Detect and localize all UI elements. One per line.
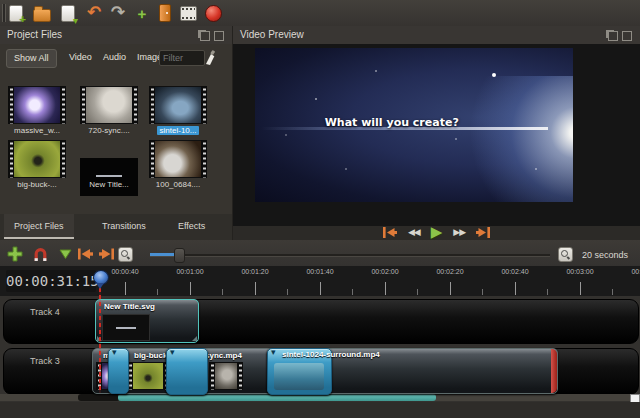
- preview-canvas[interactable]: What will you create? ◀◀ ▶ ▶▶: [233, 44, 640, 226]
- ruler-label: 00:01:00: [164, 268, 216, 275]
- fast-forward-icon[interactable]: ▶▶: [453, 223, 465, 241]
- add-marker-icon[interactable]: [56, 245, 74, 263]
- redo-icon[interactable]: ↷: [108, 3, 128, 23]
- scrollbar-dark-segment: [78, 394, 120, 401]
- chevron-down-icon: ▾: [271, 347, 276, 357]
- file-label-selected: sintel-10...: [143, 126, 213, 135]
- filter-tab-audio[interactable]: Audio: [96, 49, 133, 66]
- file-label: 100_0684....: [143, 180, 213, 189]
- zoom-out-icon[interactable]: [556, 245, 574, 263]
- video-overlay-text: What will you create?: [255, 116, 528, 129]
- clip-big-buck[interactable]: big-buck-: [122, 348, 172, 394]
- window-bottom-edge: [0, 402, 640, 418]
- filter-tab-video[interactable]: Video: [62, 49, 99, 66]
- horizontal-scrollbar[interactable]: [0, 394, 640, 401]
- choose-profile-icon[interactable]: [155, 3, 175, 23]
- slider-handle[interactable]: [174, 248, 185, 263]
- fade-handle[interactable]: [192, 336, 197, 341]
- close-icon[interactable]: [214, 31, 224, 41]
- stars: [255, 48, 257, 50]
- preview-frame: What will you create?: [255, 48, 573, 202]
- tab-transitions[interactable]: Transitions: [92, 214, 156, 239]
- tab-effects[interactable]: Effects: [168, 214, 215, 239]
- ruler-label: 00:01:20: [229, 268, 281, 275]
- transition-1[interactable]: ▾: [108, 348, 129, 394]
- float-icon[interactable]: [200, 31, 210, 41]
- snapping-magnet-icon[interactable]: [31, 245, 49, 263]
- close-icon[interactable]: [622, 31, 632, 41]
- zoom-in-icon[interactable]: [116, 245, 134, 263]
- add-track-icon[interactable]: [6, 245, 24, 263]
- project-file-newtitle[interactable]: [80, 158, 138, 196]
- clear-filter-brush-icon[interactable]: [203, 50, 218, 65]
- ruler-label: 00:02:40: [489, 268, 541, 275]
- file-label: 720-sync....: [74, 126, 144, 135]
- timeline-tracks: Track 4 New Title.svg Track 3 massive_w.…: [0, 296, 640, 394]
- float-icon[interactable]: [608, 31, 618, 41]
- clip-thumbnail: [209, 362, 243, 390]
- clip-new-title[interactable]: New Title.svg: [95, 299, 199, 343]
- undo-icon[interactable]: ↶: [84, 3, 104, 23]
- project-file-bigbuck[interactable]: [8, 140, 66, 178]
- jump-to-start-icon[interactable]: [382, 223, 397, 241]
- transition-thumbnail: [274, 363, 324, 390]
- clip-thumbnail: [127, 362, 169, 390]
- previous-marker-icon[interactable]: [76, 245, 94, 263]
- file-label: massive_w...: [2, 126, 72, 135]
- main-toolbar: + ▾ ↶ ↷ +: [0, 0, 640, 27]
- file-label: big-buck-...: [2, 180, 72, 189]
- next-marker-icon[interactable]: [98, 245, 116, 263]
- ruler-label: 00:03:00: [554, 268, 606, 275]
- project-files-title: Project Files: [0, 26, 232, 44]
- filter-tab-show-all[interactable]: Show All: [6, 49, 57, 68]
- project-file-720sync[interactable]: [80, 86, 138, 124]
- fullscreen-icon[interactable]: [178, 3, 198, 23]
- project-file-massive[interactable]: [8, 86, 66, 124]
- ruler-label: 00:02:00: [359, 268, 411, 275]
- chevron-down-icon: ▾: [170, 347, 175, 357]
- import-files-icon[interactable]: +: [132, 3, 152, 23]
- track-name: Track 4: [30, 307, 60, 317]
- play-icon[interactable]: ▶: [431, 223, 443, 241]
- playhead-line: [99, 288, 101, 393]
- clip-thumbnail: [102, 314, 150, 341]
- light-flare: [428, 76, 573, 202]
- clip-end-marker[interactable]: [551, 349, 557, 393]
- video-preview-title: Video Preview: [233, 26, 640, 44]
- slider-groove[interactable]: [150, 254, 550, 257]
- tab-project-files[interactable]: Project Files: [4, 214, 74, 239]
- ruler-ticks: [95, 282, 640, 295]
- panel-tab-bar: Project Files Transitions Effects: [0, 214, 233, 241]
- zoom-scale-label: 20 seconds: [582, 250, 628, 260]
- ruler-label: 00:01:40: [294, 268, 346, 275]
- file-label: New Title...: [74, 180, 144, 189]
- project-files-panel: Project Files Show All Video Audio Image…: [0, 26, 233, 214]
- track-name: Track 3: [30, 356, 60, 366]
- ruler-label: 00:03:20: [619, 268, 640, 275]
- video-preview-panel: Video Preview What will you create? ◀◀ ▶…: [233, 26, 640, 240]
- save-project-icon[interactable]: ▾: [58, 3, 78, 23]
- clip-sintel-label: sintel-1024-surround.mp4: [282, 350, 380, 359]
- transition-2[interactable]: ▾: [166, 348, 208, 395]
- scrollbar-thumb[interactable]: [118, 394, 436, 401]
- filter-input[interactable]: [159, 50, 205, 66]
- playhead-marker-tip: [96, 283, 104, 289]
- open-project-icon[interactable]: [32, 3, 52, 23]
- rewind-icon[interactable]: ◀◀: [408, 223, 420, 241]
- playhead-time-display: 00:00:31:15: [6, 270, 96, 292]
- new-project-icon[interactable]: +: [6, 3, 26, 23]
- chevron-down-icon: ▾: [112, 347, 117, 357]
- project-file-sintel[interactable]: [149, 86, 207, 124]
- media-filter-bar: Show All Video Audio Image: [0, 46, 232, 72]
- export-video-icon[interactable]: [203, 3, 223, 23]
- project-file-100_0684[interactable]: [149, 140, 207, 178]
- ruler-label: 00:02:20: [424, 268, 476, 275]
- jump-to-end-icon[interactable]: [476, 223, 491, 241]
